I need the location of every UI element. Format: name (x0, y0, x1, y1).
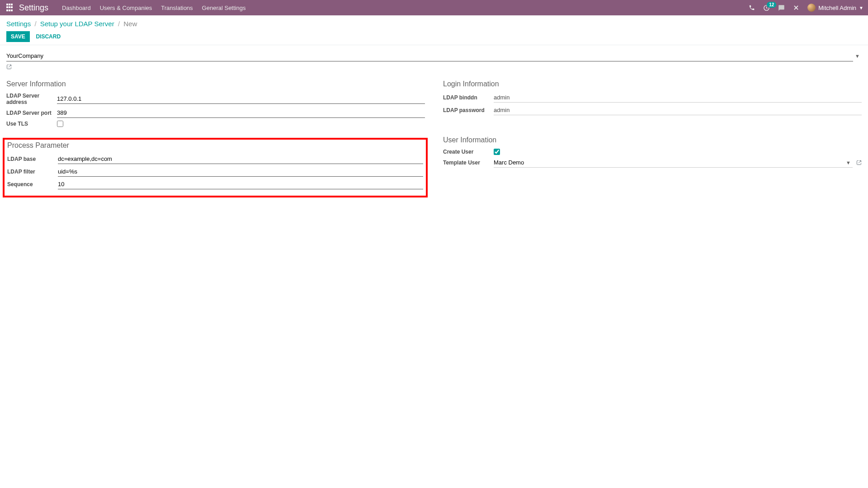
process-parameter-highlight: Process Parameter LDAP base LDAP filter … (3, 138, 428, 197)
discard-button[interactable]: DISCARD (31, 31, 65, 42)
form-sheet: ▼ Server Information LDAP Server address… (0, 45, 868, 211)
save-button[interactable]: SAVE (6, 31, 30, 42)
topnav-right: 12 Mitchell Admin ▼ (749, 4, 863, 12)
phone-icon[interactable] (749, 5, 755, 11)
nav-users-companies[interactable]: Users & Companies (100, 5, 152, 11)
chevron-down-icon: ▼ (859, 5, 863, 10)
ldap-filter-label: LDAP filter (7, 169, 58, 175)
company-field-row: ▼ (6, 51, 862, 61)
ldap-port-input[interactable] (57, 108, 425, 118)
action-buttons: SAVE DISCARD (6, 31, 862, 42)
ldap-filter-input[interactable] (58, 167, 423, 177)
control-panel: Settings / Setup your LDAP Server / New … (0, 15, 868, 45)
process-parameter-title: Process Parameter (7, 141, 423, 150)
chevron-down-icon[interactable]: ▼ (844, 160, 853, 165)
ldap-binddn-label: LDAP binddn (443, 94, 494, 101)
template-user-label: Template User (443, 160, 494, 166)
ldap-address-label: LDAP Server address (6, 93, 57, 105)
apps-icon[interactable] (6, 4, 14, 12)
ldap-base-label: LDAP base (7, 156, 58, 162)
external-link-icon[interactable] (6, 64, 12, 70)
nav-translations[interactable]: Translations (161, 5, 193, 11)
top-navbar: Settings Dashboard Users & Companies Tra… (0, 0, 868, 15)
nav-general-settings[interactable]: General Settings (202, 5, 246, 11)
ldap-password-label: LDAP password (443, 107, 494, 113)
ldap-binddn-value[interactable]: admin (494, 93, 862, 103)
close-icon[interactable] (793, 5, 799, 11)
user-name: Mitchell Admin (818, 5, 856, 11)
external-link-icon[interactable] (856, 160, 862, 165)
company-input[interactable] (6, 51, 853, 61)
breadcrumb-current: New (123, 20, 137, 28)
nav-links: Dashboard Users & Companies Translations… (62, 5, 245, 11)
use-tls-checkbox[interactable] (57, 121, 63, 127)
activity-badge: 12 (767, 2, 776, 8)
create-user-label: Create User (443, 149, 494, 155)
ldap-password-value[interactable]: admin (494, 105, 862, 115)
ldap-base-input[interactable] (58, 154, 423, 164)
user-info-title: User Information (443, 136, 862, 144)
breadcrumb-root[interactable]: Settings (6, 20, 31, 28)
chevron-down-icon[interactable]: ▼ (853, 53, 862, 59)
login-info-title: Login Information (443, 80, 862, 88)
breadcrumb: Settings / Setup your LDAP Server / New (6, 20, 862, 28)
ldap-address-input[interactable] (57, 94, 425, 104)
left-column: Server Information LDAP Server address L… (6, 80, 425, 197)
ldap-port-label: LDAP Server port (6, 110, 57, 116)
template-user-input[interactable] (494, 158, 844, 167)
user-menu[interactable]: Mitchell Admin ▼ (807, 4, 863, 12)
create-user-checkbox[interactable] (494, 149, 500, 155)
use-tls-label: Use TLS (6, 121, 57, 127)
breadcrumb-parent[interactable]: Setup your LDAP Server (40, 20, 114, 28)
discuss-icon[interactable] (778, 5, 785, 11)
avatar (807, 4, 816, 12)
nav-dashboard[interactable]: Dashboard (62, 5, 91, 11)
server-info-title: Server Information (6, 80, 425, 88)
right-column: Login Information LDAP binddn admin LDAP… (443, 80, 862, 197)
app-title: Settings (19, 3, 48, 13)
sequence-input[interactable] (58, 179, 423, 189)
sequence-label: Sequence (7, 181, 58, 188)
activity-icon[interactable]: 12 (763, 5, 770, 11)
